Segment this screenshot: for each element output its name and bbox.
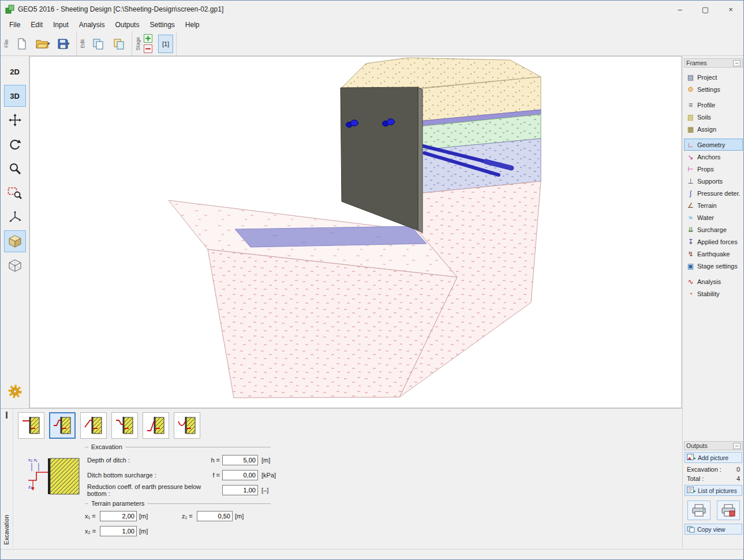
list-of-pictures-button[interactable]: List of pictures xyxy=(685,485,742,496)
copy-view-icon xyxy=(687,526,695,533)
frame-item-profile[interactable]: ≡ Profile xyxy=(684,99,743,111)
diagram-soil-hatch xyxy=(50,458,79,494)
frame-item-supports[interactable]: ⊥ Supports xyxy=(684,175,743,187)
depth-of-ditch-input[interactable] xyxy=(222,455,258,465)
close-button[interactable]: × xyxy=(718,1,743,18)
frame-item-terrain[interactable]: ∠ Terrain xyxy=(684,199,743,211)
water-icon: ≈ xyxy=(686,214,695,221)
stability-icon: ◔ xyxy=(686,290,695,297)
view-3d-button[interactable]: 3D xyxy=(4,85,26,107)
outputs-minimize-button[interactable]: – xyxy=(733,443,741,449)
ditch-surcharge-label: Ditch bottom surcharge : xyxy=(87,472,204,479)
frame-item-settings[interactable]: ⚙ Settings xyxy=(684,83,743,95)
remove-stage-icon[interactable] xyxy=(144,44,152,53)
x2-input[interactable] xyxy=(100,526,137,536)
excavation-count-label: Excavation : xyxy=(687,466,721,473)
frame-item-analysis[interactable]: ∿ Analysis xyxy=(684,275,743,288)
frame-item-stability[interactable]: ◔ Stability xyxy=(684,288,743,300)
menu-settings[interactable]: Settings xyxy=(144,19,180,31)
x1-input[interactable] xyxy=(100,511,137,521)
ditch-surcharge-unit: [kPa] xyxy=(261,472,276,479)
ditch-surcharge-symbol: f = xyxy=(206,472,220,479)
zoom-button[interactable] xyxy=(4,158,26,180)
print-button[interactable] xyxy=(687,501,711,520)
ditch-surcharge-row: Ditch bottom surcharge : f = [kPa] xyxy=(87,469,276,481)
copy-view-clipboard-button[interactable] xyxy=(109,34,129,54)
frame-item-assign[interactable]: ▦ Assign xyxy=(684,123,743,135)
ditch-surcharge-input[interactable] xyxy=(222,470,258,480)
status-bar xyxy=(1,549,743,560)
frame-item-pressure-deter[interactable]: ∫ Pressure deter. xyxy=(684,187,743,199)
menu-help[interactable]: Help xyxy=(180,19,205,31)
wireframe-view-button[interactable] xyxy=(4,255,26,277)
diagram-x-labels: x₂ x₁ xyxy=(28,457,38,462)
new-document-icon xyxy=(16,38,28,50)
menu-outputs[interactable]: Outputs xyxy=(110,19,144,31)
pan-button[interactable] xyxy=(4,109,26,131)
add-stage-icon[interactable] xyxy=(144,34,152,43)
frame-item-water[interactable]: ≈ Water xyxy=(684,211,743,223)
diagram-terrain-line xyxy=(28,472,48,480)
copy-view-button[interactable]: Copy view xyxy=(685,524,742,535)
terrain-group-legend: Terrain parameters xyxy=(91,500,144,507)
view-2d-button[interactable]: 2D xyxy=(4,61,26,83)
menu-input[interactable]: Input xyxy=(48,19,74,31)
excavation-shape-thumbnail-4[interactable] xyxy=(111,412,138,439)
list-of-pictures-label: List of pictures xyxy=(698,487,737,494)
rotate-button[interactable] xyxy=(4,133,26,155)
frame-item-surcharge[interactable]: ⇊ Surcharge xyxy=(684,223,743,236)
copy-picture-button[interactable] xyxy=(88,34,108,54)
menu-edit[interactable]: Edit xyxy=(25,19,48,31)
reduction-coeff-input[interactable] xyxy=(222,485,258,495)
excavation-shape-thumbnail-3[interactable] xyxy=(80,412,107,439)
frame-item-project[interactable]: ▤ Project xyxy=(684,71,743,83)
drawing-canvas[interactable] xyxy=(29,56,682,408)
zoom-window-button[interactable] xyxy=(4,182,26,204)
solid-view-button[interactable] xyxy=(4,230,26,252)
menu-analysis[interactable]: Analysis xyxy=(74,19,110,31)
excavation-shape-thumbnail-2[interactable] xyxy=(49,412,76,439)
open-file-button[interactable]: ▾ xyxy=(33,34,53,54)
frame-item-stage-settings[interactable]: ▣ Stage settings xyxy=(684,260,743,272)
minimize-button[interactable]: – xyxy=(667,1,693,18)
add-picture-button[interactable]: Add picture xyxy=(685,452,742,463)
canvas-settings-button[interactable] xyxy=(8,384,23,401)
maximize-button[interactable]: ▢ xyxy=(693,1,718,18)
excavation-shape-thumbnail-6[interactable] xyxy=(174,412,200,439)
x1-unit: [m] xyxy=(139,513,154,520)
menu-file[interactable]: File xyxy=(4,19,25,31)
print-buttons xyxy=(684,501,743,520)
stage-number-button[interactable]: [1] xyxy=(158,35,173,53)
view-toolbar: 2D 3D xyxy=(1,56,29,408)
frame-item-label: Surcharge xyxy=(697,226,727,233)
sheeting-wall-side xyxy=(418,87,423,233)
frame-item-applied-forces[interactable]: ↧ Applied forces xyxy=(684,236,743,248)
excavation-shape-thumbnail-1[interactable] xyxy=(18,412,44,439)
excavation-bottom-plane xyxy=(235,226,427,247)
frame-item-props[interactable]: ⊢ Props xyxy=(684,163,743,175)
save-file-button[interactable]: ▾ xyxy=(54,34,73,54)
frame-item-anchors[interactable]: ↘ Anchors xyxy=(684,151,743,163)
panel-side-tab: Excavation xyxy=(3,515,10,544)
diagram-z-label: z₁ xyxy=(28,484,32,490)
frame-item-label: Geometry xyxy=(697,141,725,148)
panel-grip[interactable] xyxy=(6,412,8,419)
open-dropdown-caret[interactable]: ▾ xyxy=(47,41,50,46)
print-document-button[interactable] xyxy=(717,501,740,520)
copy-picture-icon xyxy=(92,38,104,50)
frame-item-label: Anchors xyxy=(697,154,720,160)
frame-item-label: Terrain xyxy=(697,202,717,209)
terrain-icon: ∠ xyxy=(686,202,695,209)
frame-item-earthquake[interactable]: ↯ Earthquake xyxy=(684,248,743,260)
z1-input[interactable] xyxy=(197,511,233,521)
frames-minimize-button[interactable]: – xyxy=(733,60,741,66)
frame-item-label: Applied forces xyxy=(697,238,738,245)
excavation-shape-thumbnail-5[interactable] xyxy=(143,412,169,439)
axes-view-button[interactable] xyxy=(4,206,26,228)
reduction-coeff-label: Reduction coeff. of earth pressure below… xyxy=(87,483,220,497)
save-dropdown-caret[interactable]: ▾ xyxy=(67,41,69,46)
new-file-button[interactable] xyxy=(12,34,32,54)
frame-item-soils[interactable]: ▨ Soils xyxy=(684,111,743,123)
excavation-shape-icon xyxy=(115,416,134,435)
frame-item-geometry[interactable]: ∟ Geometry xyxy=(684,139,743,151)
